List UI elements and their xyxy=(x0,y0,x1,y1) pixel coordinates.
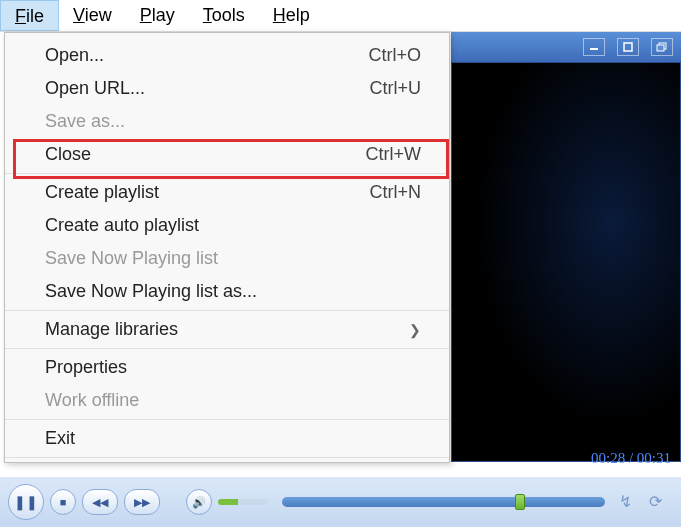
speaker-icon: 🔊 xyxy=(192,496,206,509)
mute-button[interactable]: 🔊 xyxy=(186,489,212,515)
repeat-icon: ⟳ xyxy=(649,493,662,510)
menu-item-manage-libraries[interactable]: Manage libraries ❯ xyxy=(5,313,449,346)
svg-rect-3 xyxy=(657,45,664,51)
repeat-button[interactable]: ⟳ xyxy=(649,492,673,512)
prev-icon: ◀◀ xyxy=(92,496,108,509)
menu-item-exit[interactable]: Exit xyxy=(5,422,449,455)
menu-item-properties[interactable]: Properties xyxy=(5,351,449,384)
menubar: File View Play Tools Help xyxy=(0,0,681,32)
menu-shortcut: Ctrl+O xyxy=(368,45,421,66)
menu-file[interactable]: File xyxy=(0,0,59,31)
menu-item-close[interactable]: Close Ctrl+W xyxy=(5,138,449,171)
pause-icon: ❚❚ xyxy=(14,494,38,510)
menu-item-save-now-playing: Save Now Playing list xyxy=(5,242,449,275)
seek-thumb[interactable] xyxy=(515,494,525,510)
menu-tools[interactable]: Tools xyxy=(189,0,259,31)
video-content xyxy=(452,63,680,461)
shuffle-icon: ↯ xyxy=(619,493,632,510)
menu-label: Create auto playlist xyxy=(45,215,199,236)
menu-label: Properties xyxy=(45,357,127,378)
menu-label: Save Now Playing list as... xyxy=(45,281,257,302)
menu-shortcut: Ctrl+N xyxy=(369,182,421,203)
previous-button[interactable]: ◀◀ xyxy=(82,489,118,515)
window-titlebar xyxy=(451,32,681,62)
titlebar-restore-button[interactable] xyxy=(651,38,673,56)
menu-item-save-now-playing-as[interactable]: Save Now Playing list as... xyxy=(5,275,449,308)
menu-shortcut: Ctrl+U xyxy=(369,78,421,99)
video-viewport[interactable] xyxy=(451,62,681,462)
menu-label: Open URL... xyxy=(45,78,145,99)
menu-item-save-as: Save as... xyxy=(5,105,449,138)
minimize-icon xyxy=(589,43,599,51)
titlebar-minimize-button[interactable] xyxy=(583,38,605,56)
menu-item-open-url[interactable]: Open URL... Ctrl+U xyxy=(5,72,449,105)
menu-view[interactable]: View xyxy=(59,0,126,31)
menu-label: Create playlist xyxy=(45,182,159,203)
menu-label: Work offline xyxy=(45,390,139,411)
file-dropdown-menu: Open... Ctrl+O Open URL... Ctrl+U Save a… xyxy=(4,32,450,463)
menu-label: Save Now Playing list xyxy=(45,248,218,269)
shuffle-button[interactable]: ↯ xyxy=(619,492,643,512)
play-pause-button[interactable]: ❚❚ xyxy=(8,484,44,520)
chevron-right-icon: ❯ xyxy=(409,322,421,338)
menu-item-work-offline: Work offline xyxy=(5,384,449,417)
menu-label: Close xyxy=(45,144,91,165)
menu-label: Save as... xyxy=(45,111,125,132)
menu-shortcut: Ctrl+W xyxy=(366,144,422,165)
menu-item-open[interactable]: Open... Ctrl+O xyxy=(5,39,449,72)
menu-help[interactable]: Help xyxy=(259,0,324,31)
seek-bar[interactable] xyxy=(282,497,605,507)
menu-play[interactable]: Play xyxy=(126,0,189,31)
content-area: 00:28 / 00:31 Open... Ctrl+O Open URL...… xyxy=(0,32,681,527)
next-icon: ▶▶ xyxy=(134,496,150,509)
playback-controls: ❚❚ ■ ◀◀ ▶▶ 🔊 ↯ ⟳ xyxy=(0,477,681,527)
menu-label: Exit xyxy=(45,428,75,449)
restore-icon xyxy=(656,42,668,52)
stop-icon: ■ xyxy=(60,496,67,508)
menu-label: Open... xyxy=(45,45,104,66)
menu-item-create-playlist[interactable]: Create playlist Ctrl+N xyxy=(5,176,449,209)
svg-rect-0 xyxy=(590,48,598,50)
volume-slider[interactable] xyxy=(218,499,268,505)
next-button[interactable]: ▶▶ xyxy=(124,489,160,515)
maximize-icon xyxy=(623,42,633,52)
menu-label: Manage libraries xyxy=(45,319,178,340)
stop-button[interactable]: ■ xyxy=(50,489,76,515)
titlebar-maximize-button[interactable] xyxy=(617,38,639,56)
svg-rect-1 xyxy=(624,43,632,51)
menu-item-create-auto-playlist[interactable]: Create auto playlist xyxy=(5,209,449,242)
playback-time: 00:28 / 00:31 xyxy=(591,450,671,467)
